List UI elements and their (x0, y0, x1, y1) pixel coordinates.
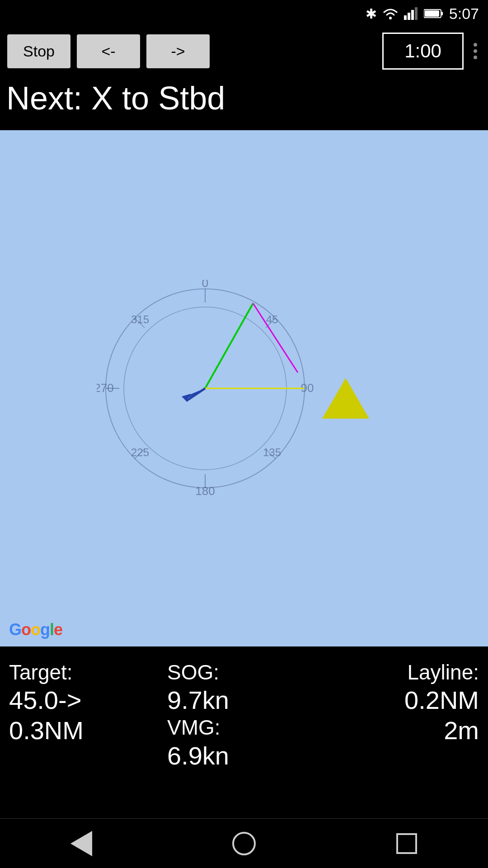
svg-rect-3 (411, 10, 414, 20)
google-g2: g (40, 620, 50, 639)
google-o1: o (21, 620, 31, 639)
svg-rect-1 (404, 15, 407, 20)
data-panel: Target: 45.0-> 0.3NM SOG: 9.7kn VMG: 6.9… (0, 646, 488, 818)
target-cell: Target: 45.0-> 0.3NM (9, 660, 163, 809)
layline-label: Layline: (407, 660, 479, 685)
compass-ring: 0 180 270 90 315 45 225 135 (97, 280, 314, 497)
vmg-label: VMG: (167, 715, 321, 740)
map-area[interactable]: 0 180 270 90 315 45 225 135 Go (0, 130, 488, 646)
back-icon (70, 831, 92, 856)
signal-icon (404, 7, 418, 20)
target-value2: 0.3NM (9, 715, 163, 745)
nav-bar (0, 818, 488, 868)
compass-container: 0 180 270 90 315 45 225 135 (97, 280, 314, 497)
sog-label: SOG: (167, 660, 321, 685)
svg-text:315: 315 (131, 313, 149, 326)
google-e: e (54, 620, 62, 639)
vmg-value: 6.9kn (167, 741, 321, 771)
svg-rect-4 (415, 7, 418, 20)
recents-icon (396, 833, 417, 854)
timer-display: 1:00 (382, 33, 464, 70)
svg-text:225: 225 (131, 446, 149, 458)
nav-back-button[interactable] (63, 826, 99, 862)
nav-recents-button[interactable] (389, 826, 425, 862)
back-button[interactable]: <- (77, 34, 140, 68)
svg-text:180: 180 (195, 484, 215, 497)
target-label: Target: (9, 660, 163, 685)
layline-cell: Layline: 0.2NM 2m (325, 660, 479, 809)
more-dot-3 (474, 56, 477, 59)
target-value1: 45.0-> (9, 685, 163, 715)
svg-text:135: 135 (263, 446, 281, 458)
more-dot-1 (474, 43, 477, 47)
svg-rect-6 (441, 12, 443, 15)
svg-text:0: 0 (202, 280, 208, 290)
layline-value1: 0.2NM (404, 685, 479, 715)
page-title: Next: X to Stbd (6, 80, 225, 116)
layline-value2: 2m (444, 715, 479, 745)
sog-value: 9.7kn (167, 685, 321, 715)
svg-point-0 (389, 17, 392, 19)
toolbar: Stop <- -> 1:00 (0, 27, 488, 75)
google-l: l (50, 620, 54, 639)
more-dot-2 (474, 49, 477, 53)
buoy-marker (322, 378, 369, 419)
home-icon (232, 832, 256, 855)
status-time: 5:07 (449, 5, 479, 23)
svg-rect-2 (408, 13, 410, 20)
sog-cell: SOG: 9.7kn VMG: 6.9kn (167, 660, 321, 809)
more-button[interactable] (470, 43, 481, 59)
battery-icon (424, 8, 444, 19)
bluetooth-icon: ✱ (366, 6, 377, 22)
google-g: G (9, 620, 21, 639)
google-logo: Google (9, 620, 62, 639)
forward-button[interactable]: -> (146, 34, 210, 68)
status-icons: ✱ 5:07 (366, 5, 479, 23)
svg-line-26 (205, 303, 253, 388)
nav-home-button[interactable] (226, 826, 262, 862)
svg-rect-7 (425, 10, 439, 17)
google-o2: o (31, 620, 40, 639)
svg-text:270: 270 (97, 381, 114, 395)
status-bar: ✱ 5:07 (0, 0, 488, 27)
header-title-area: Next: X to Stbd (0, 75, 488, 130)
stop-button[interactable]: Stop (7, 34, 70, 68)
svg-text:45: 45 (266, 313, 278, 326)
wifi-icon (382, 7, 399, 20)
